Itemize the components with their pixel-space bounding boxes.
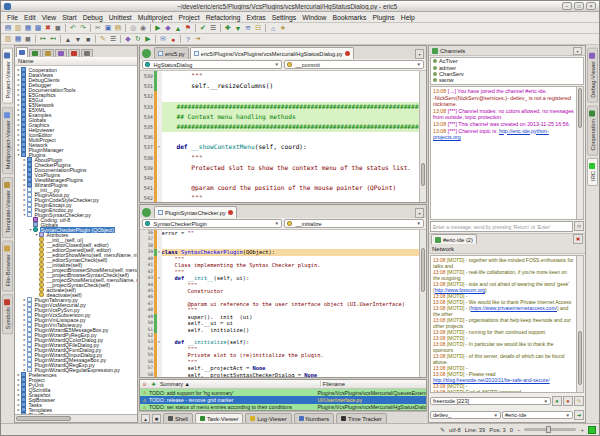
tree-column-header[interactable]: Name — [15, 57, 137, 66]
message-link[interactable]: https://www.privateinternetaccess.com/ — [471, 305, 557, 311]
sidebar-tab-irc[interactable]: IRC — [587, 158, 598, 186]
menu-extras[interactable]: Extras — [243, 13, 268, 22]
menu-edit[interactable]: Edit — [21, 13, 39, 22]
forms-tab[interactable] — [29, 49, 41, 57]
editor-bottom-code[interactable]: 36error = ""37 38 39▾class SyntaxChecker… — [140, 230, 426, 377]
menu-settings[interactable]: Settings — [269, 13, 300, 22]
save-all-button[interactable]: ▩ — [33, 23, 43, 33]
join-channel-button[interactable]: ➜ — [574, 410, 584, 420]
scrollbar-thumb[interactable] — [421, 248, 425, 292]
replace-button[interactable]: ◉ — [138, 23, 148, 33]
resources-tab[interactable] — [42, 49, 54, 57]
close-button[interactable]: ✖ — [43, 23, 53, 33]
undo-button[interactable]: ↶ — [68, 23, 78, 33]
tab-menu-button[interactable]: ▾ — [415, 49, 424, 59]
task-row[interactable]: ⚠TODO: add support for 'hg summary'Plugi… — [140, 389, 426, 396]
project-close-button[interactable]: ▦ — [13, 34, 23, 44]
editor-top-code[interactable]: 530 """531 self.__resizeColumns()532 533… — [140, 71, 426, 202]
print-button[interactable]: ◼ — [53, 23, 63, 33]
tab-menu-button[interactable]: ▾ — [415, 208, 424, 218]
menu-plugins[interactable]: Plugins — [369, 13, 397, 22]
interfaces-tab[interactable] — [68, 49, 80, 57]
scrollbar-thumb[interactable] — [578, 331, 582, 385]
project-open-button[interactable]: ▥ — [3, 34, 13, 44]
zoom-reset-button[interactable]: ■ — [83, 34, 93, 44]
disconnect-button[interactable]: ● — [563, 396, 573, 406]
sidebar-tab-debug-viewer[interactable]: Debug-Viewer — [587, 48, 598, 103]
menu-view[interactable]: View — [39, 13, 60, 22]
project-props-button[interactable]: ◼ — [23, 34, 33, 44]
zoom-slider[interactable] — [524, 428, 576, 431]
irc-user-list[interactable]: AcTiveradriverChanServsamw — [430, 57, 584, 85]
scrollbar-thumb[interactable] — [421, 163, 425, 187]
connect-button[interactable]: ● — [552, 396, 562, 406]
debug-script-button[interactable]: ◆ — [163, 23, 173, 33]
tab-nav-icon[interactable] — [142, 49, 151, 58]
bookmark-button[interactable]: ★ — [278, 23, 288, 33]
menu-file[interactable]: File — [4, 13, 21, 22]
zoom-slider-knob[interactable] — [546, 426, 551, 433]
maximize-button[interactable]: □ — [574, 2, 584, 10]
leave-channel-button[interactable]: ✖ — [573, 234, 583, 244]
toolbox-restore-button[interactable]: ▴ — [141, 414, 150, 423]
others-tab[interactable] — [81, 49, 93, 57]
close-button[interactable]: × — [586, 2, 596, 10]
sidebar-tab-template-viewer[interactable]: Template-Viewer — [2, 177, 13, 238]
editor-bottom-vscrollbar[interactable] — [419, 230, 426, 377]
menu-bookmarks[interactable]: Bookmarks — [329, 13, 369, 22]
cut-button[interactable]: ✂ — [93, 23, 103, 33]
vcs-log-button[interactable]: ☷ — [253, 23, 263, 33]
autocomplete-button[interactable]: ☰ — [108, 34, 118, 44]
scrollbar-thumb[interactable] — [16, 416, 71, 421]
unittest-button[interactable]: ◆ — [123, 34, 133, 44]
irc-chat-log[interactable]: 13:08 [→] You have joined the channel #e… — [430, 86, 584, 220]
redo-button[interactable]: ↷ — [78, 23, 88, 33]
editor-top-vscrollbar[interactable] — [419, 71, 426, 202]
class-combo[interactable]: HgStatusDialog ▼ — [142, 60, 282, 69]
menu-help[interactable]: Help — [398, 13, 418, 22]
breakpoint-button[interactable]: ⚑ — [183, 23, 193, 33]
tree-horizontal-scrollbar[interactable] — [15, 414, 137, 422]
sidebar-tab-multiproject-viewer[interactable]: Multiproject-Viewer — [2, 107, 13, 174]
translations-tab[interactable] — [55, 49, 67, 57]
chat-vscrollbar[interactable] — [576, 87, 583, 219]
sources-tab[interactable] — [16, 47, 28, 57]
modified-close-icon[interactable] — [345, 51, 350, 56]
channel-tab-eric-ide[interactable]: #eric-ide (2) — [431, 234, 477, 244]
goto-brace-button[interactable]: ↤ — [48, 34, 58, 44]
menu-debug[interactable]: Debug — [80, 13, 106, 22]
editor-tab-pluginsyntaxchecker-py[interactable]: PluginSyntaxChecker.py — [154, 206, 237, 218]
toolbox-close-button[interactable]: ✖ — [152, 414, 161, 423]
profile-button[interactable]: ▲ — [173, 23, 183, 33]
unittest-script-button[interactable]: ▶ — [143, 34, 153, 44]
menu-multiproject[interactable]: Multiproject — [135, 13, 176, 22]
zoom-in-tb-button[interactable]: ▲ — [63, 34, 73, 44]
documentation-button[interactable]: ☰ — [208, 23, 218, 33]
vcs-diff-button[interactable]: ≋ — [243, 23, 253, 33]
vcs-update-button[interactable]: ▼ — [233, 23, 243, 33]
zoom-out-tb-button[interactable]: ▼ — [73, 34, 83, 44]
message-input[interactable]: Enter a message, send by pressing 'Retur… — [430, 221, 573, 232]
modified-close-icon[interactable] — [228, 210, 233, 215]
network-log-vscrollbar[interactable] — [576, 256, 583, 392]
column-header-filename[interactable]: Filename — [321, 381, 426, 387]
channel-combo[interactable]: #eric-ide ▼ — [502, 411, 573, 419]
menu-refactoring[interactable]: Refactoring — [203, 13, 244, 22]
tab-nav-icon[interactable] — [142, 208, 151, 217]
titlebar[interactable]: ~/devel/eric/eric5/Plugins/VcsPlugins/vc… — [1, 1, 599, 12]
scrollbar-thumb[interactable] — [578, 88, 582, 128]
spell-check-button[interactable]: ✎ — [98, 34, 108, 44]
panel-menu-button[interactable]: ▾ — [573, 47, 582, 55]
sidebar-tab-project-viewer[interactable]: Project-Viewer — [2, 48, 13, 104]
unittest-restart-button[interactable]: ↻ — [133, 34, 143, 44]
minimize-button[interactable]: – — [562, 2, 572, 10]
open-button[interactable]: ▥ — [13, 23, 23, 33]
task-row[interactable]: ⚠TODO: set status of menu entries accord… — [140, 404, 426, 411]
task-add-icon[interactable]: ✚ — [149, 381, 158, 387]
irc-user-samw[interactable]: samw — [431, 77, 583, 83]
editor-tab-eric5-py[interactable]: eric5.py — [154, 47, 189, 59]
menu-project[interactable]: Project — [175, 13, 202, 22]
paste-button[interactable]: ▤ — [113, 23, 123, 33]
sidebar-tab-cooperation[interactable]: Cooperation — [587, 106, 598, 156]
goto-line-button[interactable]: ↦ — [38, 34, 48, 44]
